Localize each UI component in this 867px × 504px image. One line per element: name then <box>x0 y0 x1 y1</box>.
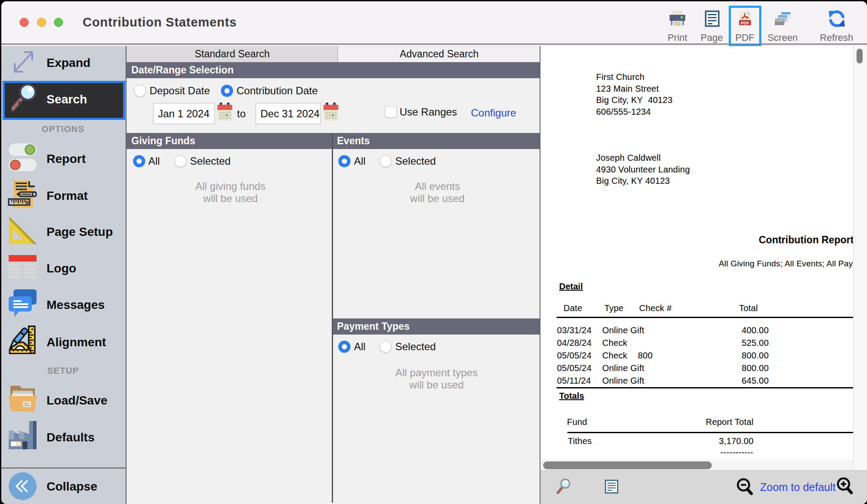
svg-text:PDF: PDF <box>741 20 749 25</box>
